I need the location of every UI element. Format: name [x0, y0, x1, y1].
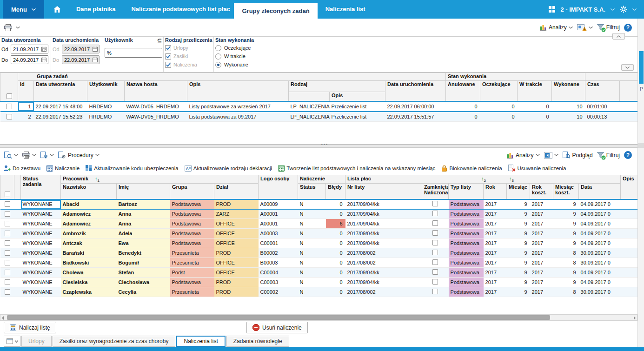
help-button[interactable]: ?: [624, 151, 632, 159]
zamknieta-checkbox-cell[interactable]: [422, 287, 449, 297]
checkbox-checked-icon[interactable]: [165, 53, 171, 60]
checkbox-row[interactable]: Naliczenia: [165, 61, 212, 68]
col-opis[interactable]: Opis: [187, 81, 289, 101]
bottom-tab[interactable]: Naliczenia list: [176, 336, 225, 347]
row-checkbox[interactable]: [432, 230, 438, 236]
scroll-left-arrow[interactable]: [2, 316, 4, 320]
menu-button[interactable]: Menu: [3, 0, 44, 19]
row-checkbox[interactable]: [5, 270, 10, 275]
col-typ-listy[interactable]: Typ listy: [449, 184, 484, 199]
select-all-checkbox-cell[interactable]: [0, 175, 14, 199]
filtruj-button[interactable]: Filtruj: [597, 24, 620, 31]
row-checkbox-cell[interactable]: [0, 199, 14, 209]
date-to-field[interactable]: [11, 55, 48, 64]
col-w-trakcie[interactable]: W trakcie: [518, 81, 552, 101]
expand-upper-panel-button[interactable]: [621, 64, 634, 71]
group-header-grupa-zadan[interactable]: Grupa zadań: [18, 73, 446, 81]
analizy-button[interactable]: Analizy: [540, 24, 573, 31]
row-checkbox[interactable]: [432, 289, 438, 294]
col-rok-koszt[interactable]: Rokkoszt.: [530, 184, 553, 199]
top-tab[interactable]: Dane płatnika: [68, 0, 124, 19]
zamknieta-checkbox-cell[interactable]: [422, 258, 449, 268]
radio-icon[interactable]: [215, 45, 221, 51]
action-usuwanie[interactable]: Usuwanie naliczenia: [508, 165, 566, 172]
table-row[interactable]: WYKONANECiesielskaCiechosławaPodstawowaP…: [0, 278, 638, 287]
chevron-down-icon[interactable]: [16, 26, 20, 29]
row-checkbox[interactable]: [5, 279, 10, 285]
row-checkbox[interactable]: [5, 231, 10, 236]
panel-splitter[interactable]: •••: [0, 144, 637, 148]
table-row[interactable]: WYKONANEAbackiBartoszPodstawowaPRODA0000…: [0, 199, 638, 209]
row-checkbox-cell[interactable]: [0, 209, 14, 219]
scrollbar-thumb[interactable]: [7, 315, 550, 320]
row-checkbox[interactable]: [432, 211, 438, 216]
zamknieta-checkbox-cell[interactable]: [422, 229, 449, 238]
row-checkbox-cell[interactable]: [0, 268, 14, 278]
zamknieta-checkbox-cell[interactable]: [422, 268, 449, 278]
row-checkbox[interactable]: [7, 104, 12, 109]
select-all-checkbox-cell[interactable]: [0, 73, 18, 101]
calendar-icon[interactable]: [41, 46, 46, 52]
print-button[interactable]: [22, 152, 36, 159]
col-imie[interactable]: Imię: [117, 184, 170, 199]
checkbox-checked-icon[interactable]: [165, 62, 171, 68]
row-checkbox-cell[interactable]: [0, 278, 14, 287]
radio-row[interactable]: Oczekujące: [215, 45, 296, 51]
preview-document-button[interactable]: [4, 152, 18, 159]
row-checkbox[interactable]: [5, 240, 10, 246]
row-checkbox[interactable]: [5, 211, 10, 217]
col-status-zadania[interactable]: Statuszadania: [21, 175, 61, 199]
col-miesiac[interactable]: Miesiąc: [507, 184, 530, 199]
col-data-uruchomienia[interactable]: Data uruchomienia: [385, 81, 446, 101]
row-checkbox[interactable]: [5, 221, 10, 226]
table-row[interactable]: WYKONANEAntczakEwaPodstawowaOFFICEC00001…: [0, 238, 638, 248]
naliczaj-liste-button[interactable]: Naliczaj listę: [4, 322, 56, 333]
top-tab[interactable]: Naliczanie podstawowych list płac: [123, 0, 234, 19]
zamknieta-checkbox-cell[interactable]: [422, 238, 449, 248]
col-nr-listy[interactable]: Nr listy: [345, 184, 422, 199]
export-document-button[interactable]: [40, 152, 54, 159]
dock-panel-button[interactable]: [544, 152, 558, 159]
table-row[interactable]: WYKONANEAdamowiczAnnaPodstawowaZARZA0000…: [0, 209, 638, 219]
col-rok[interactable]: Rok: [484, 184, 507, 199]
col-data-utworzenia[interactable]: Data utworzenia: [34, 81, 87, 101]
row-checkbox-cell[interactable]: [0, 219, 14, 229]
bottom-tab[interactable]: Zasiłki oraz wynagrodzenie za czas choro…: [53, 336, 176, 347]
row-checkbox[interactable]: [432, 269, 438, 275]
col-grupa[interactable]: Grupa: [170, 184, 214, 199]
row-checkbox[interactable]: [432, 250, 438, 255]
action-aktualizowanie-deklaracji[interactable]: A Aktualizowanie rodzaju deklaracji: [185, 165, 272, 172]
table-row[interactable]: WYKONANECzaplewskaCecyliaPrzesunietaPROD…: [0, 287, 638, 297]
date-to-input[interactable]: [13, 57, 40, 63]
filtruj-button[interactable]: Filtruj: [597, 152, 620, 159]
calendar-icon[interactable]: [41, 57, 46, 62]
row-checkbox[interactable]: [432, 220, 438, 226]
action-aktualizowanie-kodu[interactable]: Aktualizowanie kodu ubezpieczenia: [86, 165, 179, 171]
radio-selected-icon[interactable]: [215, 62, 221, 68]
radio-row[interactable]: Wykonane: [215, 61, 296, 68]
row-checkbox-cell[interactable]: [0, 287, 14, 297]
col-status[interactable]: Status: [298, 184, 326, 199]
row-checkbox[interactable]: [432, 259, 438, 265]
row-checkbox[interactable]: [5, 260, 10, 265]
table-row[interactable]: 222.09.2017 15:52:23HRDEMOWAW-DV05_HRDEM…: [0, 112, 638, 122]
col-wykonane[interactable]: Wykonane: [552, 81, 585, 101]
row-checkbox-cell[interactable]: [0, 101, 18, 112]
col-uzytkownik[interactable]: Użytkownik: [87, 81, 125, 101]
row-checkbox-cell[interactable]: [0, 248, 14, 258]
col-id[interactable]: Id: [18, 81, 34, 101]
settings-warning-button[interactable]: [577, 24, 593, 31]
radio-icon[interactable]: [215, 53, 221, 60]
row-checkbox-cell[interactable]: [0, 238, 14, 248]
zamknieta-checkbox-cell[interactable]: [422, 199, 449, 209]
print-button[interactable]: [4, 24, 12, 31]
select-all-checkbox[interactable]: [7, 93, 12, 99]
checkbox-row[interactable]: Urlopy: [165, 45, 212, 51]
procedury-button[interactable]: Procedury: [58, 152, 100, 159]
row-checkbox[interactable]: [432, 279, 438, 285]
bottom-tab[interactable]: Urlopy: [21, 336, 52, 347]
col-nazwisko[interactable]: Nazwisko: [61, 184, 117, 199]
col-data[interactable]: Data: [579, 184, 621, 199]
col-zamknieta[interactable]: ZamkniętaNaliczona: [422, 184, 449, 199]
group-header-lista-plac[interactable]: Lista płac↑2↑3: [345, 175, 621, 184]
